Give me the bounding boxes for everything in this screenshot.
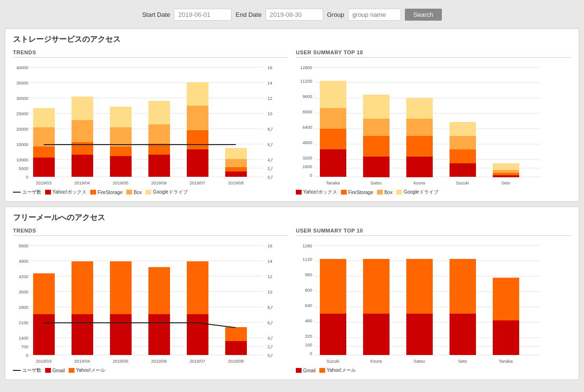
svg-rect-49	[225, 159, 247, 167]
svg-text:40000: 40000	[16, 65, 28, 70]
legend-summary-google-drive: Googleドライブ	[396, 189, 438, 196]
legend-summary-gmail: Gmail	[296, 368, 316, 373]
svg-text:4900: 4900	[19, 259, 28, 264]
legend-fire-storage: FireStorage	[90, 190, 122, 195]
legend-color-icon	[45, 190, 51, 195]
svg-rect-33	[72, 120, 93, 142]
top-bar: Start Date End Date Group Search	[5, 5, 579, 24]
legend-summary-box: Box	[377, 190, 392, 195]
svg-text:Suzuki: Suzuki	[456, 181, 469, 185]
storage-panel-title: ストレージサービスのアクセス	[13, 35, 571, 45]
svg-rect-78	[320, 81, 346, 108]
svg-rect-77	[320, 108, 346, 129]
svg-text:12人: 12人	[268, 96, 272, 101]
svg-rect-133	[148, 314, 170, 355]
legend-color-icon	[146, 190, 151, 195]
svg-text:16人: 16人	[268, 65, 272, 70]
legend-user-count: ユーザ数	[13, 189, 41, 196]
svg-text:Tanaka: Tanaka	[326, 181, 340, 185]
svg-rect-27	[33, 158, 55, 177]
legend-color-icon	[90, 190, 96, 195]
svg-rect-90	[450, 122, 476, 136]
svg-rect-136	[187, 261, 208, 314]
search-button[interactable]: Search	[405, 9, 442, 21]
legend-box: Box	[126, 190, 142, 195]
svg-text:8人: 8人	[268, 127, 272, 132]
legend-color-icon	[341, 190, 347, 195]
svg-rect-94	[493, 163, 519, 170]
svg-text:8000: 8000	[303, 110, 312, 114]
legend-yahoo-box: Yahoo!ボックス	[45, 189, 86, 196]
legend-yahoo-mail-label: Yahoo!メール	[76, 367, 105, 374]
end-date-label: End Date	[235, 11, 261, 18]
legend-yahoo-mail: Yahoo!メール	[69, 367, 105, 374]
svg-rect-42	[148, 101, 170, 124]
legend-color-icon	[296, 368, 302, 373]
svg-text:25000: 25000	[16, 111, 28, 116]
legend-color-icon	[396, 190, 402, 195]
email-summary-legend: Gmail Yahoo!メール	[296, 367, 571, 374]
svg-text:4800: 4800	[303, 140, 312, 145]
legend-summary-yahoo-mail: Yahoo!メール	[319, 367, 356, 374]
legend-color-icon	[377, 190, 383, 195]
svg-text:3500: 3500	[19, 290, 28, 294]
email-trends-legend: ユーザ数 Gmail Yahoo!メール	[13, 367, 288, 374]
svg-text:15000: 15000	[16, 142, 28, 147]
svg-text:3200: 3200	[303, 156, 312, 160]
start-date-input[interactable]	[174, 9, 231, 21]
svg-text:Satou: Satou	[414, 359, 425, 364]
svg-text:0: 0	[310, 351, 312, 356]
svg-rect-41	[148, 124, 170, 144]
svg-text:1400: 1400	[19, 336, 28, 341]
svg-rect-89	[450, 136, 476, 149]
svg-text:640: 640	[305, 303, 312, 308]
svg-text:12人: 12人	[268, 274, 272, 279]
svg-text:20000: 20000	[16, 127, 28, 132]
svg-text:2019/05: 2019/05	[113, 181, 129, 185]
svg-rect-168	[406, 259, 433, 314]
legend-email-user-count: ユーザ数	[13, 367, 41, 374]
svg-text:4200: 4200	[19, 274, 28, 279]
email-trends-svg: 5600 4900 4200 3500 2800 2100 1400 700 0…	[13, 239, 272, 364]
svg-text:2019/03: 2019/03	[36, 359, 52, 364]
group-input[interactable]	[348, 9, 401, 21]
svg-text:5600: 5600	[19, 244, 28, 248]
svg-text:2人: 2人	[268, 166, 272, 171]
svg-text:0: 0	[26, 353, 28, 358]
svg-rect-83	[406, 157, 433, 177]
legend-user-count-label: ユーザ数	[22, 189, 41, 196]
svg-rect-91	[493, 175, 519, 177]
svg-rect-80	[363, 136, 389, 157]
svg-text:8人: 8人	[268, 305, 272, 310]
svg-rect-127	[33, 314, 55, 355]
legend-summary-yahoo-mail-label: Yahoo!メール	[327, 367, 356, 374]
svg-text:Seto: Seto	[501, 181, 511, 185]
svg-rect-28	[33, 147, 55, 158]
svg-text:320: 320	[305, 334, 312, 339]
svg-text:Suzuki: Suzuki	[326, 359, 339, 364]
svg-text:Satou: Satou	[370, 181, 382, 185]
storage-summary-title: USER SUMMARY TOP 10	[296, 49, 571, 58]
legend-google-drive: Googleドライブ	[146, 189, 187, 196]
svg-text:14人: 14人	[268, 259, 272, 264]
email-trends-container: TRENDS 5600 4900 4200 3500 2800 2100 140…	[13, 228, 288, 374]
svg-text:Koura: Koura	[414, 181, 425, 185]
svg-rect-93	[493, 170, 519, 173]
legend-summary-box-label: Box	[384, 190, 392, 195]
email-charts-row: TRENDS 5600 4900 4200 3500 2800 2100 140…	[13, 228, 571, 374]
legend-fire-storage-label: FireStorage	[97, 190, 122, 195]
svg-rect-76	[320, 129, 346, 149]
storage-trends-chart: 40000 35000 30000 25000 20000 15000 1000…	[13, 61, 288, 187]
svg-rect-87	[450, 163, 476, 177]
svg-text:2800: 2800	[19, 305, 28, 310]
svg-text:5000: 5000	[19, 166, 28, 171]
svg-text:2019/03: 2019/03	[36, 181, 52, 185]
end-date-input[interactable]	[266, 9, 323, 21]
svg-text:6400: 6400	[303, 125, 312, 130]
svg-text:0: 0	[310, 173, 312, 178]
svg-text:Koura: Koura	[370, 359, 382, 364]
svg-text:160: 160	[305, 343, 312, 347]
svg-rect-36	[110, 147, 132, 156]
email-summary-container: USER SUMMARY TOP 10 1280 1120 960 800 64…	[296, 228, 571, 374]
svg-rect-50	[225, 148, 247, 159]
